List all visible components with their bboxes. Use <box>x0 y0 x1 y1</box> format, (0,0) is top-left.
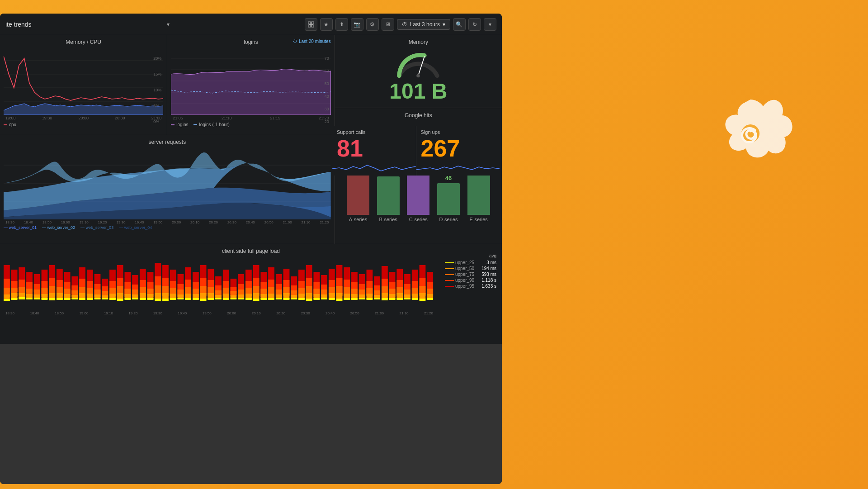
svg-rect-76 <box>79 298 85 300</box>
svg-rect-91 <box>102 298 108 299</box>
svg-rect-245 <box>336 293 343 299</box>
refresh-dropdown[interactable]: ▾ <box>484 18 496 31</box>
svg-rect-176 <box>231 298 237 299</box>
svg-rect-276 <box>382 298 388 300</box>
add-panel-btn[interactable] <box>305 18 317 31</box>
svg-rect-301 <box>420 299 426 301</box>
support-calls-value: 81 <box>337 135 363 161</box>
svg-rect-190 <box>253 293 259 299</box>
svg-rect-3 <box>311 22 314 24</box>
svg-rect-216 <box>291 298 297 299</box>
refresh-btn[interactable]: ↻ <box>468 18 481 31</box>
svg-rect-291 <box>404 298 410 299</box>
sign-ups-value: 267 <box>421 135 460 161</box>
time-range-picker[interactable]: ⏱ Last 3 hours ▾ <box>397 19 450 30</box>
svg-rect-46 <box>34 298 40 299</box>
svg-rect-306 <box>427 298 433 300</box>
svg-rect-106 <box>125 298 131 300</box>
logins-panel: logins ⏱ Last 20 minutes 70 60 <box>167 35 334 135</box>
dashboard: ite trends ▾ ★ ⬆ 📷 ⚙ 🖥 ⏱ Last 3 hours ▾ … <box>0 14 502 484</box>
svg-rect-71 <box>71 298 78 299</box>
memory-gauge <box>391 47 445 79</box>
sign-ups-panel: Sign ups 267 <box>416 126 500 176</box>
svg-rect-221 <box>298 298 305 300</box>
server-x-axis: 18:30 18:40 18:50 19:00 19:10 19:20 19:3… <box>4 220 331 224</box>
logins-minus-legend-label: logins (-1 hour) <box>199 122 229 127</box>
memory-cpu-legend: cpu <box>4 122 163 127</box>
svg-rect-231 <box>314 298 320 300</box>
svg-point-16 <box>417 74 420 77</box>
svg-rect-196 <box>260 298 267 300</box>
bar-d-series: 46 D-series <box>437 175 460 222</box>
svg-rect-266 <box>367 298 373 300</box>
bar-b-label: B-series <box>379 217 397 222</box>
server-chart <box>4 147 331 219</box>
dashboard-title: ite trends <box>5 21 32 28</box>
svg-rect-130 <box>162 293 169 299</box>
svg-rect-36 <box>19 297 25 299</box>
svg-rect-86 <box>94 298 101 299</box>
svg-rect-81 <box>87 298 93 300</box>
svg-rect-226 <box>306 299 312 301</box>
memory-value: 101 B <box>389 79 447 104</box>
grafana-logo <box>705 90 796 181</box>
svg-rect-126 <box>155 299 161 301</box>
page-load-x-axis: 18:30 18:40 18:50 19:00 19:10 19:20 19:3… <box>4 311 435 315</box>
svg-rect-246 <box>336 299 343 301</box>
right-stats-panel: Memory 101 B Googl <box>335 35 502 135</box>
svg-rect-251 <box>344 298 350 300</box>
logins-legend: logins logins (-1 hour) <box>171 122 330 127</box>
tv-btn[interactable]: 🖥 <box>382 18 394 31</box>
server-legend: — web_server_01 — web_server_02 — web_se… <box>4 225 331 230</box>
legend-upper95: upper_95 1.633 s <box>445 284 496 289</box>
memory-cpu-x-axis: 19:00 19:30 20:00 20:30 21:00 <box>4 116 163 120</box>
bar-d-rect <box>437 183 460 215</box>
share-btn[interactable]: ⬆ <box>335 18 348 31</box>
title-dropdown[interactable]: ▾ <box>167 21 170 28</box>
bar-e-label: E-series <box>469 217 487 222</box>
bar-b-rect <box>377 176 400 215</box>
svg-rect-201 <box>268 298 274 300</box>
toolbar: ite trends ▾ ★ ⬆ 📷 ⚙ 🖥 ⏱ Last 3 hours ▾ … <box>0 14 502 35</box>
memory-cpu-y-axis: 20% 15% 10% 5% 0% <box>153 56 161 124</box>
support-calls-sparkline <box>332 160 416 176</box>
settings-btn[interactable]: ⚙ <box>366 18 379 31</box>
svg-rect-181 <box>238 298 244 299</box>
zoom-btn[interactable]: 🔍 <box>453 18 466 31</box>
bar-b-series: 56 B-series <box>377 168 400 222</box>
svg-rect-171 <box>223 298 229 300</box>
svg-rect-261 <box>359 298 365 299</box>
svg-rect-51 <box>42 298 48 300</box>
page-load-panel: client side full page load avg upper_25 … <box>0 244 502 344</box>
svg-rect-31 <box>11 298 18 300</box>
svg-rect-206 <box>276 298 282 299</box>
memory-cpu-title: Memory / CPU <box>4 39 163 45</box>
svg-rect-61 <box>57 298 63 300</box>
svg-rect-175 <box>231 295 237 299</box>
snapshot-btn[interactable]: 📷 <box>351 18 363 31</box>
svg-rect-151 <box>193 298 199 300</box>
svg-rect-281 <box>389 298 396 300</box>
support-calls-title: Support calls <box>337 129 411 135</box>
svg-rect-166 <box>215 298 222 299</box>
svg-rect-4 <box>308 25 311 27</box>
logins-y-axis: 70 60 50 40 30 20 <box>325 56 329 124</box>
legend-upper50: upper_50 194 ms <box>445 266 496 271</box>
svg-rect-26 <box>4 299 10 301</box>
svg-rect-2 <box>308 22 311 24</box>
svg-rect-271 <box>374 298 380 299</box>
svg-rect-111 <box>132 298 138 299</box>
memory-stat: Memory 101 B <box>335 35 502 107</box>
support-calls-panel: Support calls 81 <box>332 126 416 176</box>
svg-rect-136 <box>170 298 176 300</box>
svg-rect-236 <box>321 298 327 299</box>
legend-upper75: upper_75 593 ms <box>445 272 496 277</box>
time-dropdown-icon: ▾ <box>443 21 445 28</box>
svg-rect-191 <box>253 299 259 301</box>
panels-grid: Memory / CPU 20% 15% 10% <box>0 35 502 484</box>
server-requests-title: server requests <box>4 139 331 145</box>
star-btn[interactable]: ★ <box>320 18 333 31</box>
bar-d-value: 46 <box>445 175 452 181</box>
time-range-label: Last 3 hours <box>410 21 440 28</box>
svg-rect-125 <box>155 293 161 299</box>
